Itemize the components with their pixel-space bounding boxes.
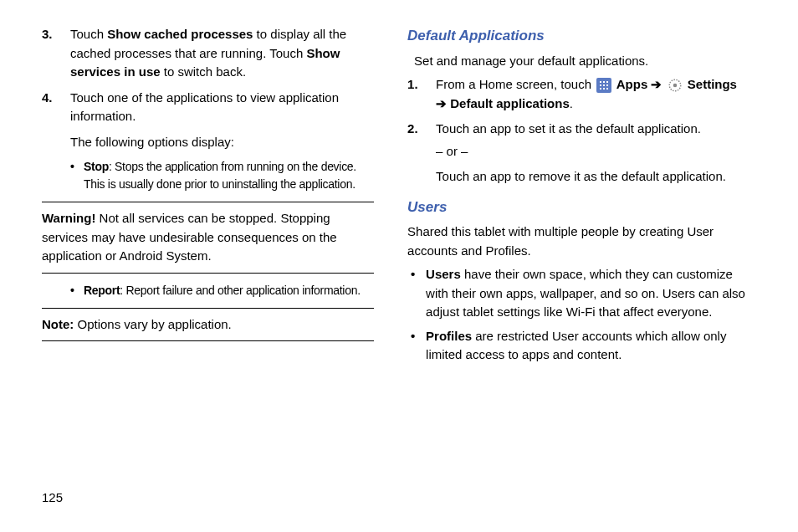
note-text: Options vary by application. <box>74 317 231 331</box>
apps-label: Apps <box>613 77 647 91</box>
numbered-list: 3. Touch Show cached processes to displa… <box>42 25 374 126</box>
text: to switch back. <box>161 64 247 79</box>
default-apps-label: Default applications <box>450 96 570 110</box>
heading-default-applications: Default Applications <box>407 25 756 47</box>
bullet-text: have their own space, which they can cus… <box>426 267 745 319</box>
list-number: 4. <box>42 89 53 108</box>
text: Touch an app to set it as the default ap… <box>436 121 701 136</box>
bullet-label: Profiles <box>426 329 472 343</box>
bullet-dot: • <box>411 327 415 346</box>
left-column: 3. Touch Show cached processes to displa… <box>42 25 374 370</box>
intro-text: Set and manage your default applications… <box>407 52 756 71</box>
list-item-4: 4. Touch one of the applications to view… <box>42 89 374 126</box>
note-block: Note: Options vary by application. <box>42 308 374 342</box>
text: . <box>570 96 573 110</box>
arrow-icon: ➔ <box>436 96 450 110</box>
text: From a Home screen, touch <box>436 77 595 91</box>
list-item-1: 1. From a Home screen, touch Apps ➔ Sett… <box>407 75 756 113</box>
list-number: 2. <box>407 120 418 139</box>
bullet-text: : Stops the application from running on … <box>84 160 356 191</box>
warning-label: Warning! <box>42 211 95 225</box>
note-label: Note: <box>42 317 74 331</box>
bullet-dot: • <box>411 265 415 284</box>
bullet-report: • Report: Report failure and other appli… <box>42 282 374 299</box>
numbered-list-right: 1. From a Home screen, touch Apps ➔ Sett… <box>407 75 756 187</box>
bullet-stop: • Stop: Stops the application from runni… <box>42 158 374 193</box>
bullet-dot: • <box>70 282 74 299</box>
list-item-2: 2. Touch an app to set it as the default… <box>407 120 756 187</box>
settings-gear-icon <box>668 78 683 93</box>
list-number: 3. <box>42 25 53 44</box>
settings-label: Settings <box>684 77 737 91</box>
text: Touch <box>70 27 107 41</box>
warning-block: Warning! Not all services can be stopped… <box>42 202 374 274</box>
text: Touch one of the applications to view ap… <box>70 90 339 124</box>
bullet-profiles: • Profiles are restricted User accounts … <box>411 327 756 365</box>
sub-text: The following options display: <box>42 133 374 152</box>
list-number: 1. <box>407 75 418 95</box>
bullet-label: Stop <box>84 160 109 173</box>
bold-text: Show cached processes <box>107 27 253 41</box>
arrow-icon: ➔ <box>647 77 665 91</box>
svg-point-1 <box>673 84 677 88</box>
apps-grid-icon <box>596 78 611 93</box>
bullet-label: Users <box>426 267 461 281</box>
bullet-dot: • <box>70 158 74 176</box>
heading-users: Users <box>407 197 756 218</box>
page-number: 125 <box>42 489 63 508</box>
or-text: – or – <box>436 142 756 161</box>
intro-users: Shared this tablet with multiple people … <box>407 223 756 260</box>
bullet-text: : Report failure and other application i… <box>120 284 360 297</box>
bullet-label: Report <box>84 284 120 297</box>
text: Touch an app to remove it as the default… <box>436 167 756 187</box>
list-item-3: 3. Touch Show cached processes to displa… <box>42 25 374 82</box>
right-column: Default Applications Set and manage your… <box>407 25 756 370</box>
bullet-users: • Users have their own space, which they… <box>411 265 756 322</box>
